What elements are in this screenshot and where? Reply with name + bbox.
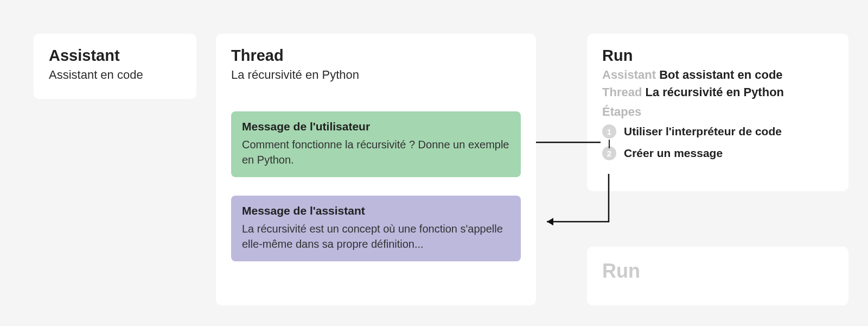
thread-card-title: Thread xyxy=(231,47,521,65)
step-text-1: Utiliser l'interpréteur de code xyxy=(624,125,782,138)
assistant-message-body: La récursivité est un concept où une fon… xyxy=(242,222,510,252)
assistant-message-box: Message de l'assistant La récursivité es… xyxy=(231,196,521,261)
run-thread-value: La récursivité en Python xyxy=(645,85,784,99)
run-card-title: Run xyxy=(602,47,833,65)
run-card-secondary: Run xyxy=(587,247,848,305)
run-thread-label: Thread xyxy=(602,85,642,99)
run-steps-label: Étapes xyxy=(602,105,833,119)
run-card: Run Assistant Bot assistant en code Thre… xyxy=(587,34,848,191)
step-text-2: Créer un message xyxy=(624,147,723,160)
run-assistant-label: Assistant xyxy=(602,68,656,82)
thread-card-subtitle: La récursivité en Python xyxy=(231,68,521,82)
run-assistant-row: Assistant Bot assistant en code xyxy=(602,68,833,82)
run-thread-row: Thread La récursivité en Python xyxy=(602,85,833,99)
run-step-2: 2 Créer un message xyxy=(602,146,833,160)
run-step-1: 1 Utiliser l'interpréteur de code xyxy=(602,124,833,139)
user-message-title: Message de l'utilisateur xyxy=(242,120,510,133)
assistant-message-title: Message de l'assistant xyxy=(242,204,510,217)
step-connector xyxy=(609,140,610,148)
run-assistant-value: Bot assistant en code xyxy=(659,68,782,82)
step-badge-1: 1 xyxy=(602,124,616,139)
assistant-card-subtitle: Assistant en code xyxy=(49,68,181,82)
user-message-body: Comment fonctionne la récursivité ? Donn… xyxy=(242,137,510,167)
user-message-box: Message de l'utilisateur Comment fonctio… xyxy=(231,111,521,177)
thread-card: Thread La récursivité en Python Message … xyxy=(216,34,536,305)
assistant-card: Assistant Assistant en code xyxy=(34,34,196,99)
assistant-card-title: Assistant xyxy=(49,47,181,65)
run-card-secondary-title: Run xyxy=(602,260,833,283)
